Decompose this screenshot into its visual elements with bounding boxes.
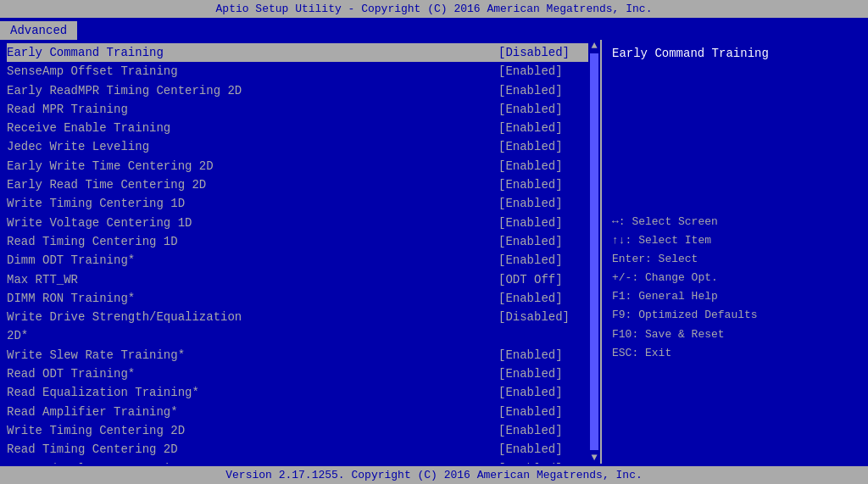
setting-name: Early Write Time Centering 2D bbox=[7, 158, 492, 175]
setting-row[interactable]: Write Slew Rate Training*[Enabled] bbox=[7, 346, 593, 364]
setting-row[interactable]: Write Timing Centering 1D[Enabled] bbox=[7, 194, 593, 213]
setting-value: [Enabled] bbox=[492, 365, 593, 382]
setting-name: Read Timing Centering 2D bbox=[7, 441, 492, 458]
setting-name: Read Timing Centering 1D bbox=[7, 233, 492, 250]
setting-name: Jedec Write Leveling bbox=[7, 138, 492, 155]
setting-name: Write Voltage Centering 1D bbox=[7, 214, 492, 231]
setting-name: Read ODT Training* bbox=[7, 365, 492, 382]
setting-name: Write Timing Centering 2D bbox=[7, 422, 492, 439]
setting-value: [Enabled] bbox=[492, 233, 593, 250]
setting-value: [Enabled] bbox=[492, 82, 593, 99]
setting-row[interactable]: 2D* bbox=[7, 326, 593, 345]
setting-name: Read MPR Training bbox=[7, 101, 492, 118]
setting-row[interactable]: Read Equalization Training*[Enabled] bbox=[7, 383, 593, 402]
setting-row[interactable]: Jedec Write Leveling[Enabled] bbox=[7, 137, 593, 156]
setting-value: [Enabled] bbox=[492, 441, 593, 458]
setting-row[interactable]: Write Drive Strength/Equalization[Disabl… bbox=[7, 308, 593, 326]
scroll-thumb[interactable] bbox=[590, 53, 598, 449]
setting-name: Dimm ODT Training* bbox=[7, 252, 492, 269]
setting-value: [Enabled] bbox=[492, 158, 593, 175]
setting-row[interactable]: Early Write Time Centering 2D[Enabled] bbox=[7, 157, 593, 175]
setting-value: [Enabled] bbox=[492, 290, 593, 307]
setting-value: [Enabled] bbox=[492, 422, 593, 439]
setting-row[interactable]: Receive Enable Training[Enabled] bbox=[7, 119, 593, 137]
footer-text: Version 2.17.1255. Copyright (C) 2016 Am… bbox=[225, 469, 642, 481]
scroll-up-arrow[interactable]: ▲ bbox=[591, 40, 597, 52]
setting-name: Command Voltage Centering bbox=[7, 460, 492, 464]
setting-value: [Enabled] bbox=[492, 252, 593, 269]
setting-value: [Enabled] bbox=[492, 403, 593, 420]
setting-name: Write Drive Strength/Equalization bbox=[7, 309, 492, 325]
scrollbar[interactable]: ▲ ▼ bbox=[588, 40, 600, 464]
setting-row[interactable]: Read MPR Training[Enabled] bbox=[7, 100, 593, 119]
help-panel: Early Command Training ↔: Select Screen↑… bbox=[602, 40, 868, 464]
setting-value: [Enabled] bbox=[492, 101, 593, 118]
help-key: ↑↓: Select Item bbox=[612, 231, 858, 250]
setting-row[interactable]: Read Amplifier Training*[Enabled] bbox=[7, 403, 593, 421]
setting-row[interactable]: Read Timing Centering 1D[Enabled] bbox=[7, 232, 593, 251]
setting-value: [Enabled] bbox=[492, 176, 593, 193]
setting-name: Write Timing Centering 1D bbox=[7, 195, 492, 212]
setting-row[interactable]: Early Command Training[Disabled] bbox=[7, 43, 593, 62]
help-title: Early Command Training bbox=[612, 47, 858, 60]
setting-value: [Enabled] bbox=[492, 347, 593, 364]
setting-row[interactable]: Command Voltage Centering[Enabled] bbox=[7, 459, 593, 464]
tab-advanced[interactable]: Advanced bbox=[0, 21, 77, 40]
help-key: F10: Save & Reset bbox=[612, 325, 858, 344]
setting-row[interactable]: Early ReadMPR Timing Centering 2D[Enable… bbox=[7, 81, 593, 100]
setting-value: [Disabled] bbox=[492, 309, 593, 325]
setting-value: [Enabled] bbox=[492, 214, 593, 231]
setting-name: Receive Enable Training bbox=[7, 120, 492, 136]
setting-row[interactable]: SenseAmp Offset Training[Enabled] bbox=[7, 62, 593, 81]
setting-name: Write Slew Rate Training* bbox=[7, 347, 492, 364]
help-key: Enter: Select bbox=[612, 250, 858, 269]
setting-row[interactable]: Early Read Time Centering 2D[Enabled] bbox=[7, 175, 593, 194]
setting-value: [Enabled] bbox=[492, 195, 593, 212]
settings-panel: Early Command Training[Disabled]SenseAmp… bbox=[0, 40, 602, 464]
help-keys: ↔: Select Screen↑↓: Select ItemEnter: Se… bbox=[612, 213, 858, 363]
setting-name: Early Command Training bbox=[7, 44, 492, 61]
setting-value: [Disabled] bbox=[492, 44, 593, 61]
main-content: Early Command Training[Disabled]SenseAmp… bbox=[0, 40, 868, 464]
setting-value: [Enabled] bbox=[492, 63, 593, 80]
help-key: +/-: Change Opt. bbox=[612, 269, 858, 287]
setting-value: [Enabled] bbox=[492, 138, 593, 155]
help-key: ESC: Exit bbox=[612, 344, 858, 363]
setting-name: Read Amplifier Training* bbox=[7, 403, 492, 420]
setting-row[interactable]: DIMM RON Training*[Enabled] bbox=[7, 289, 593, 308]
setting-row[interactable]: Read Timing Centering 2D[Enabled] bbox=[7, 440, 593, 459]
setting-name: DIMM RON Training* bbox=[7, 290, 492, 307]
tab-bar: Advanced bbox=[0, 18, 868, 40]
help-key: F1: General Help bbox=[612, 287, 858, 306]
setting-name: Early ReadMPR Timing Centering 2D bbox=[7, 82, 492, 99]
setting-name: 2D* bbox=[7, 327, 593, 344]
scroll-down-arrow[interactable]: ▼ bbox=[591, 452, 597, 464]
setting-value: [Enabled] bbox=[492, 460, 593, 464]
setting-name: Max RTT_WR bbox=[7, 271, 492, 288]
settings-list: Early Command Training[Disabled]SenseAmp… bbox=[7, 43, 593, 464]
setting-value: [Enabled] bbox=[492, 384, 593, 401]
help-key: F9: Optimized Defaults bbox=[612, 306, 858, 325]
setting-row[interactable]: Max RTT_WR[ODT Off] bbox=[7, 270, 593, 289]
setting-value: [ODT Off] bbox=[492, 271, 593, 288]
setting-row[interactable]: Write Timing Centering 2D[Enabled] bbox=[7, 421, 593, 440]
setting-row[interactable]: Dimm ODT Training*[Enabled] bbox=[7, 251, 593, 270]
setting-value: [Enabled] bbox=[492, 120, 593, 136]
setting-name: Early Read Time Centering 2D bbox=[7, 176, 492, 193]
help-key: ↔: Select Screen bbox=[612, 213, 858, 231]
header-bar: Aptio Setup Utility - Copyright (C) 2016… bbox=[0, 0, 868, 18]
header-title: Aptio Setup Utility - Copyright (C) 2016… bbox=[216, 3, 653, 15]
setting-row[interactable]: Write Voltage Centering 1D[Enabled] bbox=[7, 214, 593, 232]
setting-row[interactable]: Read ODT Training*[Enabled] bbox=[7, 364, 593, 383]
setting-name: SenseAmp Offset Training bbox=[7, 63, 492, 80]
setting-name: Read Equalization Training* bbox=[7, 384, 492, 401]
footer-bar: Version 2.17.1255. Copyright (C) 2016 Am… bbox=[0, 466, 868, 484]
